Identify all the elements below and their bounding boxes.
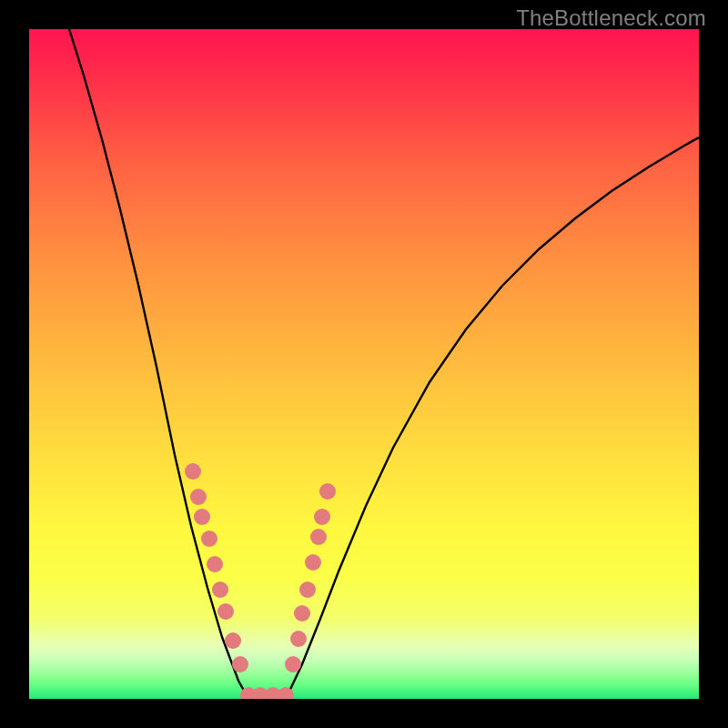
curve-layer bbox=[69, 29, 699, 699]
data-point-marker bbox=[185, 463, 201, 480]
data-point-marker bbox=[314, 509, 330, 525]
data-point-marker bbox=[190, 489, 207, 505]
data-point-marker bbox=[319, 483, 336, 500]
markers-floor bbox=[240, 687, 294, 699]
data-point-marker bbox=[299, 581, 316, 598]
data-point-marker bbox=[232, 656, 248, 672]
data-point-marker bbox=[310, 529, 327, 545]
data-point-marker bbox=[212, 581, 228, 598]
watermark-text: TheBottleneck.com bbox=[516, 5, 706, 31]
curve-right bbox=[286, 137, 699, 699]
data-point-marker bbox=[290, 631, 307, 647]
data-point-marker bbox=[217, 603, 234, 620]
curve-svg bbox=[29, 29, 699, 699]
chart-frame: TheBottleneck.com bbox=[0, 0, 728, 728]
data-point-marker bbox=[285, 656, 301, 672]
data-point-marker bbox=[294, 605, 310, 622]
data-point-marker bbox=[225, 632, 241, 649]
markers-left bbox=[185, 463, 248, 672]
data-point-marker bbox=[201, 531, 217, 547]
data-point-marker bbox=[207, 556, 223, 572]
data-point-marker bbox=[305, 554, 321, 571]
curve-left bbox=[69, 29, 248, 699]
plot-area bbox=[29, 29, 699, 699]
data-point-marker bbox=[194, 509, 210, 525]
